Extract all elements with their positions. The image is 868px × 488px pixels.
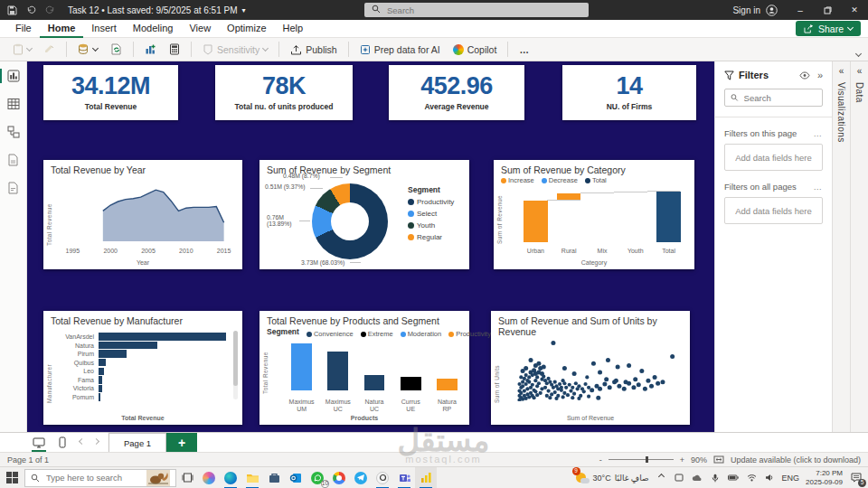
chart-revenue-by-segment[interactable]: Sum of Revenue by Segment 3.73M (68.03%)… <box>259 160 469 269</box>
report-canvas[interactable]: 34.12M Total Revenue 78K Total nu. of un… <box>27 61 714 432</box>
new-visual-button[interactable] <box>139 41 162 58</box>
new-page-button[interactable]: + <box>166 433 197 453</box>
kpi-card-num-firms[interactable]: 14 NU. of Firms <box>562 65 696 120</box>
eye-icon[interactable] <box>799 71 810 80</box>
scatter-point[interactable] <box>622 387 627 391</box>
menu-file[interactable]: File <box>7 20 40 38</box>
scatter-point[interactable] <box>590 388 594 392</box>
legend-item[interactable]: Decrease <box>542 176 578 184</box>
sensitivity-button[interactable]: Sensitivity <box>197 42 273 58</box>
scatter-point[interactable] <box>566 393 570 397</box>
scatter-point[interactable] <box>533 363 538 368</box>
expand-pane-icon[interactable]: « <box>857 66 863 76</box>
tray-onedrive-icon[interactable] <box>692 474 703 482</box>
scatter-point[interactable] <box>560 386 563 389</box>
scatter-point[interactable] <box>617 384 621 389</box>
scatter-point[interactable] <box>548 396 552 399</box>
paste-button[interactable] <box>7 41 37 58</box>
copilot-button[interactable]: Copilot <box>448 42 503 58</box>
save-icon[interactable] <box>7 5 17 15</box>
restore-button[interactable] <box>814 0 841 20</box>
share-button[interactable]: Share <box>796 21 861 36</box>
prep-data-ai-button[interactable]: Prep data for AI <box>354 42 446 58</box>
bar[interactable] <box>99 385 102 393</box>
model-view-button[interactable] <box>5 125 22 139</box>
tmdl-view-button[interactable] <box>5 181 22 195</box>
bar[interactable] <box>99 359 106 367</box>
legend-item[interactable]: Increase <box>501 176 534 184</box>
scatter-point[interactable] <box>646 379 650 383</box>
scatter-point[interactable] <box>519 386 523 389</box>
scatter-point[interactable] <box>532 396 535 399</box>
app-icon-chatgpt[interactable] <box>372 467 393 488</box>
bar[interactable] <box>99 368 104 376</box>
scatter-point[interactable] <box>535 375 539 379</box>
menu-modeling[interactable]: Modeling <box>125 20 182 38</box>
scatter-point[interactable] <box>521 380 524 384</box>
kpi-card-total-revenue[interactable]: 34.12M Total Revenue <box>43 65 178 120</box>
transform-data-button[interactable] <box>105 41 127 58</box>
table-view-button[interactable] <box>5 97 22 111</box>
scatter-point[interactable] <box>543 386 547 389</box>
format-painter-button[interactable] <box>39 42 61 58</box>
zoom-in-button[interactable]: + <box>680 455 684 465</box>
scatter-point[interactable] <box>524 373 528 377</box>
scatter-point[interactable] <box>545 394 549 398</box>
zoom-slider-thumb[interactable] <box>646 456 648 463</box>
update-available-link[interactable]: Update available (click to download) <box>731 455 861 465</box>
file-title[interactable]: Task 12 • Last saved: 9/5/2025 at 6:51 P… <box>68 5 246 15</box>
expand-pane-icon[interactable]: « <box>839 66 844 76</box>
scatter-point[interactable] <box>577 397 580 400</box>
scatter-point[interactable] <box>542 375 545 379</box>
scatter-point[interactable] <box>535 393 539 397</box>
titlebar-search-box[interactable] <box>364 3 589 17</box>
scatter-point[interactable] <box>602 382 607 387</box>
bar[interactable] <box>99 376 102 384</box>
desktop-view-button[interactable] <box>27 433 51 453</box>
scatter-point[interactable] <box>553 380 557 384</box>
chart-revenue-by-products[interactable]: Total Revenue by Products and Segment Se… <box>259 311 469 425</box>
redo-icon[interactable] <box>45 5 55 15</box>
bar[interactable] <box>99 393 100 401</box>
tray-network-icon[interactable] <box>746 474 758 482</box>
clock[interactable]: 7:20 PM 2025-09-09 <box>806 469 843 485</box>
legend-item[interactable]: Extreme <box>361 330 393 338</box>
scatter-point[interactable] <box>572 371 577 376</box>
mobile-view-button[interactable] <box>51 433 74 453</box>
scatter-point[interactable] <box>537 381 541 385</box>
scatter-point[interactable] <box>568 383 571 387</box>
app-icon-copilot[interactable] <box>198 467 220 488</box>
scatter-point[interactable] <box>562 366 567 371</box>
scatter-point[interactable] <box>624 380 628 384</box>
scatter-point[interactable] <box>527 375 531 379</box>
tray-tablet-icon[interactable] <box>674 474 685 482</box>
tray-volume-icon[interactable] <box>764 474 776 482</box>
scatter-point[interactable] <box>585 375 589 379</box>
titlebar-search-input[interactable] <box>385 5 581 16</box>
section-more-icon[interactable]: … <box>814 182 824 192</box>
scatter-point[interactable] <box>558 382 561 386</box>
scatter-point[interactable] <box>569 389 572 393</box>
bar[interactable] <box>99 350 127 358</box>
scatter-point[interactable] <box>616 365 620 370</box>
next-page-button[interactable] <box>89 441 103 444</box>
report-view-button[interactable] <box>5 69 22 83</box>
close-button[interactable]: ✕ <box>841 0 868 20</box>
app-icon-outlook[interactable] <box>285 467 307 488</box>
menu-optimize[interactable]: Optimize <box>219 20 274 38</box>
legend-item[interactable]: Convenience <box>307 330 354 338</box>
scatter-point[interactable] <box>598 387 602 391</box>
scatter-point[interactable] <box>554 397 558 400</box>
scatter-point[interactable] <box>606 358 610 362</box>
scatter-point[interactable] <box>553 390 557 394</box>
scatter-point[interactable] <box>521 398 524 401</box>
menu-help[interactable]: Help <box>275 20 312 38</box>
tray-microphone-icon[interactable] <box>710 474 722 483</box>
scrollbar-thumb[interactable] <box>233 331 238 386</box>
legend-item[interactable]: Select <box>408 210 464 218</box>
sign-in-button[interactable]: Sign in <box>723 5 787 16</box>
scatter-point[interactable] <box>574 381 578 385</box>
legend-item[interactable]: Productivity <box>448 330 491 338</box>
collapse-filters-icon[interactable]: » <box>817 70 823 80</box>
scatter-point[interactable] <box>643 387 647 391</box>
